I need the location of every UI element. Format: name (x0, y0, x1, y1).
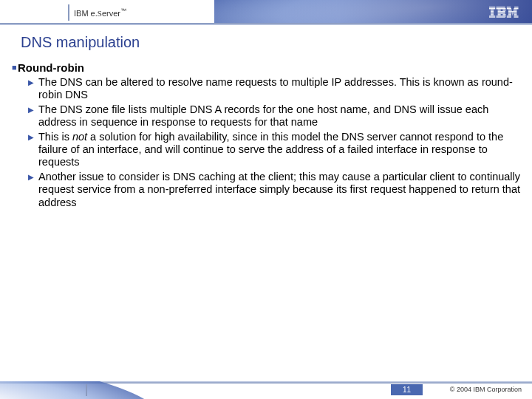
svg-rect-28 (508, 14, 511, 15)
svg-rect-12 (498, 11, 505, 12)
svg-rect-23 (514, 10, 517, 10)
section-heading: Round-robin (18, 61, 84, 75)
svg-rect-18 (507, 7, 511, 7)
bullet-text: The DNS zone file lists multiple DNS A r… (38, 103, 525, 129)
svg-rect-0 (489, 7, 495, 7)
svg-rect-26 (512, 13, 514, 13)
arrow-bullet-icon: ▶ (28, 103, 38, 129)
page-number: 11 (391, 384, 423, 395)
svg-rect-17 (497, 17, 505, 18)
svg-rect-25 (508, 13, 511, 13)
header-underline (0, 23, 532, 25)
svg-rect-31 (507, 16, 511, 16)
svg-rect-8 (497, 7, 505, 7)
svg-rect-15 (503, 14, 506, 15)
svg-rect-27 (514, 13, 517, 13)
svg-rect-2 (491, 10, 494, 10)
list-item: ▶ The DNS zone file lists multiple DNS A… (12, 103, 525, 129)
svg-rect-34 (514, 17, 519, 18)
footer-divider (86, 384, 87, 396)
svg-rect-7 (489, 17, 495, 18)
header-bar: IBM e.Server™ (0, 0, 532, 25)
svg-rect-10 (498, 10, 501, 10)
svg-rect-30 (514, 14, 517, 15)
arrow-bullet-icon: ▶ (28, 76, 38, 102)
svg-rect-3 (491, 11, 494, 12)
arrow-bullet-icon: ▶ (28, 131, 38, 169)
svg-rect-14 (498, 14, 501, 15)
svg-rect-22 (508, 10, 512, 10)
header-brand: IBM e.Server™ (74, 7, 126, 18)
svg-rect-33 (507, 17, 511, 18)
svg-rect-1 (489, 8, 495, 9)
arrow-bullet-icon: ▶ (28, 171, 38, 209)
bullet-text: This is not a solution for high availabi… (38, 131, 525, 169)
svg-rect-11 (503, 10, 506, 10)
svg-rect-16 (497, 16, 506, 16)
section-row: ■ Round-robin (12, 61, 525, 75)
svg-rect-19 (515, 7, 519, 7)
footer-swoosh-graphic (0, 381, 222, 399)
list-item: ▶ The DNS can be altered to resolve name… (12, 76, 525, 102)
svg-rect-21 (514, 8, 519, 9)
svg-rect-5 (491, 14, 494, 15)
svg-rect-20 (507, 8, 511, 9)
footer-bar: 11 © 2004 IBM Corporation (0, 381, 532, 399)
bullet-text: Another issue to consider is DNS caching… (38, 171, 525, 209)
svg-rect-32 (514, 16, 519, 16)
header-swoosh-graphic (214, 0, 532, 25)
list-item: ▶ This is not a solution for high availa… (12, 131, 525, 169)
slide-title: DNS manipulation (0, 25, 532, 51)
svg-rect-13 (498, 13, 505, 13)
square-bullet-icon: ■ (12, 61, 18, 75)
svg-rect-6 (489, 16, 495, 16)
header-divider (68, 4, 69, 21)
bullet-text: The DNS can be altered to resolve name r… (38, 76, 525, 102)
ibm-logo-icon (489, 7, 519, 18)
svg-rect-9 (497, 8, 506, 9)
copyright-text: © 2004 IBM Corporation (450, 386, 522, 393)
svg-rect-4 (491, 13, 494, 13)
svg-rect-24 (508, 11, 517, 12)
content-area: ■ Round-robin ▶ The DNS can be altered t… (0, 51, 532, 209)
svg-rect-29 (513, 14, 514, 15)
list-item: ▶ Another issue to consider is DNS cachi… (12, 171, 525, 209)
